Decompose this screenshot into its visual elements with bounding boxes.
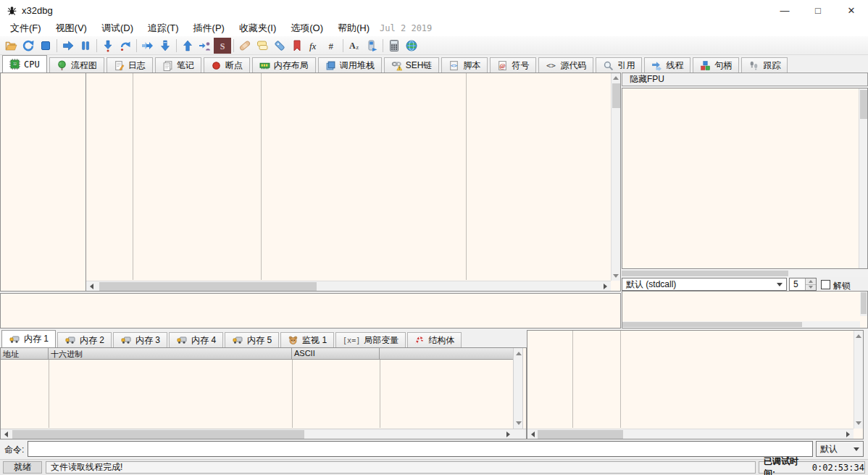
arguments-vscrollbar[interactable] — [860, 292, 867, 316]
text-case-button[interactable]: Az — [346, 38, 363, 54]
dump-tab-memory4[interactable]: 内存 4 — [169, 332, 223, 347]
close-button[interactable]: ✕ — [835, 0, 868, 20]
step-into-button[interactable] — [99, 38, 117, 54]
tab-notes[interactable]: 笔记 — [155, 57, 201, 73]
dump-header-ascii[interactable]: ASCII — [292, 348, 380, 360]
scroll-thumb[interactable] — [622, 270, 788, 276]
command-input[interactable] — [28, 441, 813, 457]
menu-options[interactable]: 选项(O) — [283, 20, 330, 36]
minimize-button[interactable]: — — [768, 0, 801, 20]
scroll-thumb[interactable] — [861, 292, 867, 314]
tab-memory-map[interactable]: 内存布局 — [252, 57, 316, 73]
tab-breakpoints[interactable]: 断点 — [204, 57, 250, 73]
scroll-right-arrow[interactable] — [506, 431, 510, 437]
registers-hscrollbar[interactable] — [622, 270, 868, 277]
labels-button[interactable] — [271, 38, 288, 54]
tab-call-stack[interactable]: 调用堆栈 — [318, 57, 382, 73]
scroll-up-arrow[interactable] — [856, 334, 861, 338]
arguments-pane[interactable] — [622, 291, 868, 329]
scroll-down-arrow[interactable] — [856, 421, 861, 425]
arg-count-spinner[interactable]: 5 — [789, 278, 817, 291]
dump-tab-memory2[interactable]: 内存 2 — [57, 332, 112, 347]
open-file-button[interactable] — [2, 38, 20, 54]
tab-cpu[interactable]: 32CPU — [2, 55, 47, 73]
scroll-left-arrow[interactable] — [4, 431, 8, 437]
scroll-thumb[interactable] — [612, 83, 620, 108]
bookmarks-button[interactable] — [288, 38, 306, 54]
scroll-thumb[interactable] — [860, 90, 867, 119]
menu-debug[interactable]: 调试(D) — [94, 20, 141, 36]
dump-pane[interactable]: 地址 十六进制 ASCII — [0, 347, 527, 439]
menu-trace[interactable]: 追踪(T) — [141, 20, 186, 36]
scroll-right-arrow[interactable] — [604, 284, 607, 289]
tab-log[interactable]: 日志 — [107, 57, 153, 73]
internet-button[interactable] — [403, 38, 420, 54]
scroll-thumb[interactable] — [622, 322, 802, 327]
hide-fpu-button[interactable]: 隐藏FPU — [622, 73, 868, 86]
disassembly-vscrollbar[interactable] — [611, 73, 620, 281]
dump-tab-memory5[interactable]: 内存 5 — [225, 332, 279, 347]
scylla-button[interactable]: S — [214, 38, 231, 54]
patches-button[interactable] — [236, 38, 254, 54]
trace-over-button[interactable] — [157, 38, 174, 54]
disassembly-pane[interactable] — [0, 73, 621, 292]
tab-graph[interactable]: 流程图 — [49, 57, 104, 73]
comments-button[interactable] — [254, 38, 271, 54]
menu-favourites[interactable]: 收藏夹(I) — [232, 20, 283, 36]
hash-button[interactable]: # — [323, 38, 341, 54]
stack-vscrollbar[interactable] — [854, 331, 863, 429]
dump-tab-watch1[interactable]: 监视 1 — [280, 332, 334, 347]
restart-button[interactable] — [20, 38, 37, 54]
scroll-thumb[interactable] — [99, 282, 317, 291]
scroll-down-arrow[interactable] — [613, 274, 619, 278]
run-button[interactable] — [59, 38, 77, 54]
stop-button[interactable] — [37, 38, 54, 54]
dump-tab-struct[interactable]: 结构体 — [407, 332, 462, 347]
tab-threads[interactable]: 线程 — [644, 57, 690, 73]
dump-tab-memory3[interactable]: 内存 3 — [113, 332, 167, 347]
scroll-down-arrow[interactable] — [516, 421, 522, 425]
dump-vscrollbar[interactable] — [513, 348, 523, 429]
scroll-right-arrow[interactable] — [846, 431, 850, 437]
functions-button[interactable]: fx — [306, 38, 323, 54]
menu-help[interactable]: 帮助(H) — [330, 20, 377, 36]
device-button[interactable] — [363, 38, 380, 54]
tab-references[interactable]: 引用 — [596, 57, 642, 73]
tab-trace[interactable]: 跟踪 — [741, 57, 788, 73]
trace-into-button[interactable] — [139, 38, 157, 54]
unlock-checkbox[interactable] — [821, 280, 830, 289]
step-over-button[interactable] — [117, 38, 134, 54]
tab-source[interactable]: <>源代码 — [538, 57, 593, 73]
command-profile-combo[interactable]: 默认 — [816, 441, 864, 457]
registers-pane[interactable] — [622, 88, 868, 269]
scroll-up-arrow[interactable] — [613, 76, 619, 80]
scroll-thumb[interactable] — [538, 430, 623, 439]
tab-script[interactable]: <>脚本 — [441, 57, 488, 73]
tab-symbols[interactable]: @符号 — [490, 57, 536, 73]
calling-convention-combo[interactable]: 默认 (stdcall) — [622, 278, 787, 291]
spinner-buttons[interactable] — [805, 278, 816, 290]
stack-pane[interactable] — [527, 330, 864, 439]
registers-vscrollbar[interactable] — [859, 88, 867, 268]
scroll-thumb[interactable] — [12, 430, 304, 439]
dump-tab-locals[interactable]: [x=]局部变量 — [335, 332, 406, 347]
tab-handles[interactable]: 句柄 — [693, 57, 739, 73]
menu-plugins[interactable]: 插件(P) — [186, 20, 232, 36]
calculator-button[interactable] — [385, 38, 403, 54]
stack-hscrollbar[interactable] — [527, 429, 854, 439]
maximize-button[interactable]: □ — [801, 0, 835, 20]
dump-tab-memory1[interactable]: 内存 1 — [1, 330, 56, 347]
scroll-up-arrow[interactable] — [516, 352, 522, 355]
tab-seh-chain[interactable]: !SEH链 — [384, 57, 440, 73]
run-to-user-code-button[interactable] — [196, 38, 214, 54]
dump-header-hex[interactable]: 十六进制 — [49, 348, 292, 360]
execute-till-return-button[interactable] — [179, 38, 196, 54]
disassembly-hscrollbar[interactable] — [86, 281, 611, 291]
dump-hscrollbar[interactable] — [1, 429, 526, 439]
menu-view[interactable]: 视图(V) — [49, 20, 94, 36]
dump-header-address[interactable]: 地址 — [1, 348, 49, 360]
dump-header-extra[interactable] — [380, 348, 513, 360]
menu-file[interactable]: 文件(F) — [3, 20, 49, 36]
pause-button[interactable] — [77, 38, 94, 54]
arguments-hscrollbar[interactable] — [622, 321, 860, 328]
